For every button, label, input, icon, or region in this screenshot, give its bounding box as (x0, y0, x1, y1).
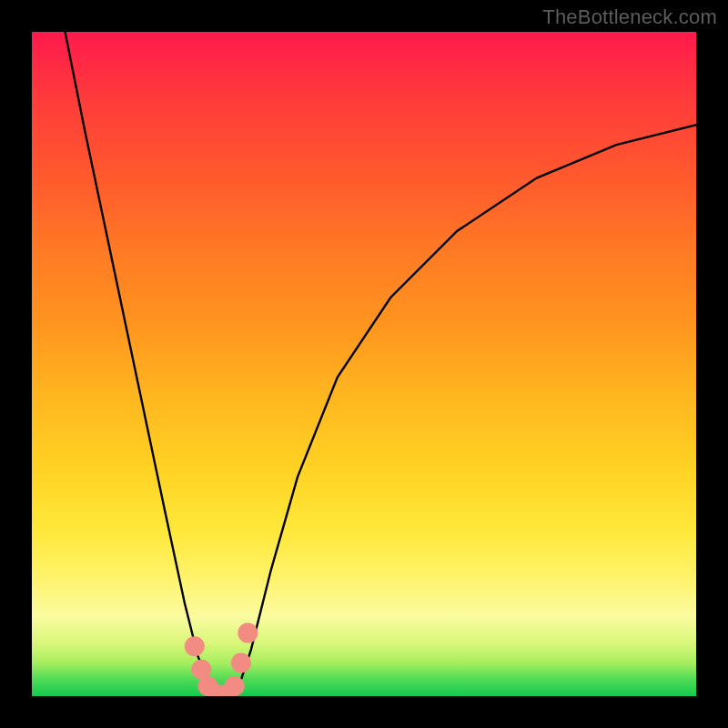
highlight-dot (231, 653, 251, 673)
plot-area (32, 32, 696, 696)
bottleneck-curve (66, 32, 697, 696)
highlight-dots (185, 623, 258, 696)
watermark-text: TheBottleneck.com (542, 5, 717, 29)
highlight-dot (185, 636, 205, 656)
curve-layer (32, 32, 696, 696)
highlight-dot (225, 676, 245, 696)
chart-frame: TheBottleneck.com (0, 0, 728, 728)
highlight-dot (238, 623, 258, 643)
